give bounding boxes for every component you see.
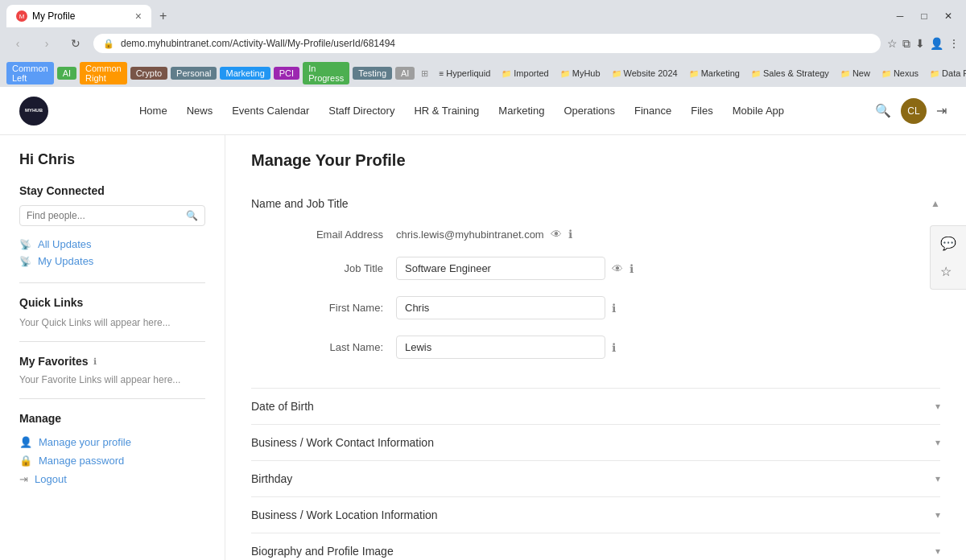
sidebar-greeting: Hi Chris	[19, 151, 205, 168]
job-title-visibility-icon[interactable]: 👁	[612, 262, 623, 275]
close-button[interactable]: ✕	[937, 5, 960, 27]
email-value: chris.lewis@myhubintranet.com 👁 ℹ	[396, 228, 940, 241]
first-name-input[interactable]	[396, 296, 605, 319]
extensions-button[interactable]: ⧉	[902, 37, 910, 51]
email-info-icon[interactable]: ℹ	[568, 228, 572, 241]
bookmark-new[interactable]: 📁 New	[836, 67, 874, 80]
nav-finance[interactable]: Finance	[634, 105, 671, 117]
bookmark-hyperliquid[interactable]: ≡ Hyperliquid	[435, 67, 494, 80]
address-bar[interactable]: 🔒 demo.myhubintranet.com/Activity-Wall/M…	[93, 34, 881, 53]
back-button[interactable]: ‹	[6, 32, 29, 55]
biography-profile-image-header[interactable]: Biography and Profile Image ▾	[251, 533, 940, 560]
last-name-info-icon[interactable]: ℹ	[612, 341, 616, 354]
bookmark-personal[interactable]: Personal	[171, 67, 217, 80]
people-search-box[interactable]: 🔍	[19, 205, 205, 226]
email-text: chris.lewis@myhubintranet.com	[396, 229, 544, 241]
manage-profile-link[interactable]: 👤 Manage your profile	[19, 433, 205, 451]
logout-link[interactable]: ⇥ Logout	[19, 470, 205, 488]
chat-panel-icon[interactable]: 💬	[937, 233, 960, 254]
logo-icon: MYHUB	[19, 97, 48, 126]
first-name-info-icon[interactable]: ℹ	[612, 302, 616, 315]
star-panel-icon[interactable]: ☆	[937, 261, 960, 282]
nav-events-calendar[interactable]: Events Calendar	[232, 105, 309, 117]
profile-title: Manage Your Profile	[251, 151, 940, 170]
email-label: Email Address	[251, 229, 396, 241]
business-work-contact-chevron: ▾	[935, 437, 940, 448]
profile-button[interactable]: 👤	[930, 37, 943, 50]
birthday-label: Birthday	[251, 472, 292, 485]
manage-profile-label: Manage your profile	[39, 436, 131, 448]
date-of-birth-header[interactable]: Date of Birth ▾	[251, 389, 940, 424]
name-job-title-header[interactable]: Name and Job Title ▲	[251, 186, 940, 221]
all-updates-link[interactable]: 📡 All Updates	[19, 236, 205, 253]
bookmark-common-right[interactable]: Common Right	[80, 62, 127, 84]
nav-news[interactable]: News	[187, 105, 213, 117]
menu-button[interactable]: ⋮	[948, 37, 960, 50]
nav-staff-directory[interactable]: Staff Directory	[328, 105, 394, 117]
date-of-birth-chevron: ▾	[935, 401, 940, 412]
bookmark-imported[interactable]: 📁 Imported	[497, 67, 552, 80]
nav-files[interactable]: Files	[691, 105, 712, 117]
bookmark-common-left[interactable]: Common Left	[6, 62, 54, 84]
logo-text: MYHUB	[25, 108, 43, 113]
search-icon: 🔍	[186, 210, 198, 221]
last-name-label: Last Name:	[251, 341, 396, 353]
bookmark-pci[interactable]: PCI	[274, 67, 299, 80]
nav-mobile-app[interactable]: Mobile App	[733, 105, 784, 117]
birthday-header[interactable]: Birthday ▾	[251, 461, 940, 496]
forward-button[interactable]: ›	[35, 32, 58, 55]
refresh-button[interactable]: ↻	[64, 32, 87, 55]
bookmark-testing[interactable]: Testing	[353, 67, 392, 80]
business-work-location-header[interactable]: Business / Work Location Information ▾	[251, 497, 940, 533]
bookmark-nexus[interactable]: 📁 Nexus	[877, 67, 923, 80]
profile-content: Manage Your Profile Name and Job Title ▲…	[225, 135, 966, 560]
job-title-info-icon[interactable]: ℹ	[630, 262, 634, 275]
logout-icon[interactable]: ⇥	[936, 103, 947, 118]
my-favorites-section: My Favorites ℹ	[19, 355, 205, 368]
business-work-contact-label: Business / Work Contact Information	[251, 436, 434, 449]
browser-tab[interactable]: M My Profile ×	[6, 5, 151, 27]
nav-home[interactable]: Home	[139, 105, 167, 117]
my-updates-link[interactable]: 📡 My Updates	[19, 253, 205, 270]
download-button[interactable]: ⬇	[915, 37, 925, 50]
name-job-title-label: Name and Job Title	[251, 197, 349, 210]
business-work-location-section: Business / Work Location Information ▾	[251, 497, 940, 533]
url-text: demo.myhubintranet.com/Activity-Wall/My-…	[121, 38, 395, 49]
bookmark-myhub[interactable]: 📁 MyHub	[556, 67, 605, 80]
people-search-input[interactable]	[27, 210, 181, 221]
bookmark-ai-2[interactable]: AI	[395, 67, 415, 80]
job-title-input[interactable]	[396, 257, 605, 280]
manage-password-link[interactable]: 🔒 Manage password	[19, 451, 205, 470]
maximize-button[interactable]: □	[913, 5, 935, 27]
bookmark-marketing-link[interactable]: 📁 Marketing	[685, 67, 744, 80]
bookmark-in-progress[interactable]: In Progress	[303, 62, 349, 84]
bookmark-marketing[interactable]: Marketing	[220, 67, 270, 80]
minimize-button[interactable]: ─	[889, 5, 911, 27]
stay-connected-title: Stay Connected	[19, 184, 205, 197]
bookmark-sales-strategy[interactable]: 📁 Sales & Strategy	[747, 67, 833, 80]
logout-label: Logout	[35, 473, 67, 485]
business-work-location-chevron: ▾	[935, 509, 940, 521]
search-icon[interactable]: 🔍	[875, 103, 891, 118]
manage-profile-icon: 👤	[19, 436, 32, 448]
user-avatar[interactable]: CL	[901, 98, 927, 124]
tab-close-button[interactable]: ×	[135, 10, 142, 23]
email-visibility-icon[interactable]: 👁	[551, 228, 562, 241]
nav-operations[interactable]: Operations	[564, 105, 615, 117]
nav-hr-training[interactable]: HR & Training	[414, 105, 479, 117]
bookmark-ai-1[interactable]: AI	[57, 67, 76, 80]
bookmark-data-room[interactable]: 📁 Data Room	[926, 67, 966, 80]
new-tab-button[interactable]: +	[153, 6, 173, 27]
bookmark-star-button[interactable]: ☆	[887, 37, 898, 50]
my-favorites-title: My Favorites	[19, 355, 89, 368]
my-updates-icon: 📡	[19, 256, 31, 267]
nav-marketing[interactable]: Marketing	[498, 105, 544, 117]
favorites-info-icon[interactable]: ℹ	[93, 356, 97, 367]
job-title-label: Job Title	[251, 262, 396, 274]
bookmark-crypto[interactable]: Crypto	[130, 67, 167, 80]
last-name-input[interactable]	[396, 336, 605, 359]
biography-profile-image-label: Biography and Profile Image	[251, 545, 394, 558]
business-work-contact-header[interactable]: Business / Work Contact Information ▾	[251, 425, 940, 460]
date-of-birth-label: Date of Birth	[251, 400, 314, 413]
bookmark-website2024[interactable]: 📁 Website 2024	[608, 67, 682, 80]
